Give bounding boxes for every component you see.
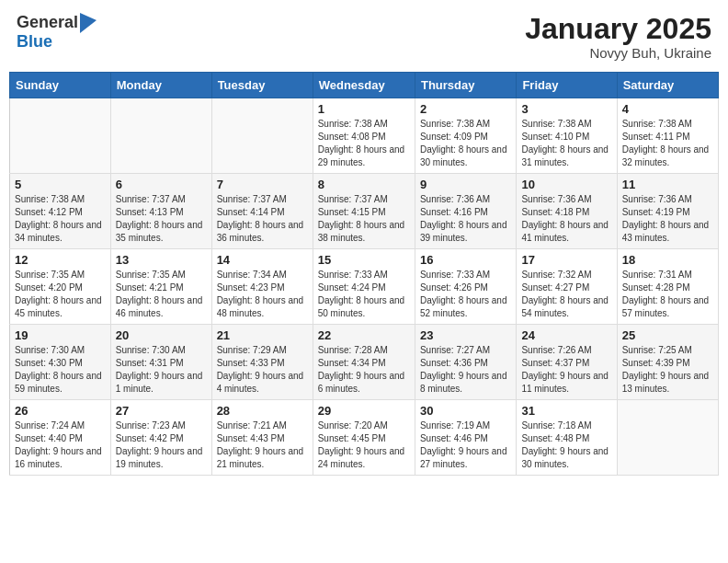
day-info: Sunrise: 7:19 AMSunset: 4:46 PMDaylight:… (420, 419, 511, 471)
calendar-day-cell: 23Sunrise: 7:27 AMSunset: 4:36 PMDayligh… (415, 325, 516, 400)
day-number: 23 (420, 328, 511, 342)
day-info: Sunrise: 7:18 AMSunset: 4:48 PMDaylight:… (521, 419, 611, 471)
day-info: Sunrise: 7:36 AMSunset: 4:19 PMDaylight:… (622, 193, 713, 245)
day-number: 22 (318, 328, 410, 342)
calendar-day-cell: 28Sunrise: 7:21 AMSunset: 4:43 PMDayligh… (211, 400, 313, 476)
day-info: Sunrise: 7:23 AMSunset: 4:42 PMDaylight:… (116, 419, 207, 471)
day-number: 9 (420, 178, 511, 191)
calendar-day-cell: 31Sunrise: 7:18 AMSunset: 4:48 PMDayligh… (517, 400, 617, 476)
day-number: 4 (622, 102, 713, 116)
logo: General Blue (17, 13, 97, 52)
day-info: Sunrise: 7:28 AMSunset: 4:34 PMDaylight:… (318, 344, 410, 396)
day-number: 16 (420, 253, 511, 267)
weekday-header-friday: Friday (517, 73, 617, 98)
day-number: 30 (420, 404, 511, 418)
calendar-day-cell: 8Sunrise: 7:37 AMSunset: 4:15 PMDaylight… (313, 174, 415, 249)
day-number: 26 (15, 404, 106, 418)
calendar-day-cell: 11Sunrise: 7:36 AMSunset: 4:19 PMDayligh… (617, 174, 718, 249)
calendar-day-cell: 6Sunrise: 7:37 AMSunset: 4:13 PMDaylight… (110, 174, 211, 249)
calendar-day-cell: 3Sunrise: 7:38 AMSunset: 4:10 PMDaylight… (517, 98, 617, 174)
calendar-day-cell: 21Sunrise: 7:29 AMSunset: 4:33 PMDayligh… (211, 325, 313, 400)
day-info: Sunrise: 7:33 AMSunset: 4:26 PMDaylight:… (420, 269, 511, 320)
day-info: Sunrise: 7:26 AMSunset: 4:37 PMDaylight:… (521, 344, 611, 396)
calendar-week-row: 26Sunrise: 7:24 AMSunset: 4:40 PMDayligh… (10, 400, 719, 476)
day-info: Sunrise: 7:38 AMSunset: 4:11 PMDaylight:… (622, 118, 713, 169)
day-number: 10 (521, 178, 611, 191)
calendar-table: SundayMondayTuesdayWednesdayThursdayFrid… (9, 72, 719, 476)
day-info: Sunrise: 7:25 AMSunset: 4:39 PMDaylight:… (622, 344, 713, 396)
day-number: 25 (622, 328, 713, 342)
day-number: 1 (318, 102, 410, 116)
day-number: 28 (217, 404, 308, 418)
day-number: 12 (15, 253, 106, 267)
day-info: Sunrise: 7:24 AMSunset: 4:40 PMDaylight:… (15, 419, 106, 471)
calendar-week-row: 12Sunrise: 7:35 AMSunset: 4:20 PMDayligh… (10, 249, 719, 325)
calendar-week-row: 19Sunrise: 7:30 AMSunset: 4:30 PMDayligh… (10, 325, 719, 400)
calendar-week-row: 1Sunrise: 7:38 AMSunset: 4:08 PMDaylight… (10, 98, 719, 174)
calendar-day-cell: 9Sunrise: 7:36 AMSunset: 4:16 PMDaylight… (415, 174, 516, 249)
title-block: January 2025 Novyy Buh, Ukraine (525, 13, 711, 61)
day-info: Sunrise: 7:36 AMSunset: 4:16 PMDaylight:… (420, 193, 511, 245)
calendar-day-cell (617, 400, 718, 476)
weekday-header-sunday: Sunday (10, 73, 111, 98)
day-number: 5 (15, 178, 106, 191)
calendar-day-cell: 4Sunrise: 7:38 AMSunset: 4:11 PMDaylight… (617, 98, 718, 174)
calendar-day-cell: 10Sunrise: 7:36 AMSunset: 4:18 PMDayligh… (517, 174, 617, 249)
day-number: 24 (521, 328, 611, 342)
calendar-day-cell: 26Sunrise: 7:24 AMSunset: 4:40 PMDayligh… (10, 400, 111, 476)
day-info: Sunrise: 7:30 AMSunset: 4:30 PMDaylight:… (15, 344, 106, 396)
day-info: Sunrise: 7:27 AMSunset: 4:36 PMDaylight:… (420, 344, 511, 396)
logo-general-text: General (17, 14, 78, 32)
calendar-day-cell: 18Sunrise: 7:31 AMSunset: 4:28 PMDayligh… (617, 249, 718, 325)
day-info: Sunrise: 7:38 AMSunset: 4:12 PMDaylight:… (15, 193, 106, 245)
day-number: 7 (217, 178, 308, 191)
calendar-day-cell: 27Sunrise: 7:23 AMSunset: 4:42 PMDayligh… (110, 400, 211, 476)
day-number: 27 (116, 404, 207, 418)
calendar-day-cell: 16Sunrise: 7:33 AMSunset: 4:26 PMDayligh… (415, 249, 516, 325)
day-info: Sunrise: 7:35 AMSunset: 4:21 PMDaylight:… (116, 269, 207, 320)
day-info: Sunrise: 7:31 AMSunset: 4:28 PMDaylight:… (622, 269, 713, 320)
day-info: Sunrise: 7:37 AMSunset: 4:14 PMDaylight:… (217, 193, 308, 245)
calendar-day-cell: 29Sunrise: 7:20 AMSunset: 4:45 PMDayligh… (313, 400, 415, 476)
calendar-day-cell: 19Sunrise: 7:30 AMSunset: 4:30 PMDayligh… (10, 325, 111, 400)
weekday-header-monday: Monday (110, 73, 211, 98)
day-number: 14 (217, 253, 308, 267)
day-info: Sunrise: 7:36 AMSunset: 4:18 PMDaylight:… (521, 193, 611, 245)
calendar-day-cell: 1Sunrise: 7:38 AMSunset: 4:08 PMDaylight… (313, 98, 415, 174)
calendar-day-cell: 2Sunrise: 7:38 AMSunset: 4:09 PMDaylight… (415, 98, 516, 174)
calendar-day-cell (10, 98, 111, 174)
weekday-header-tuesday: Tuesday (211, 73, 313, 98)
day-info: Sunrise: 7:38 AMSunset: 4:09 PMDaylight:… (420, 118, 511, 169)
day-info: Sunrise: 7:37 AMSunset: 4:13 PMDaylight:… (116, 193, 207, 245)
calendar-day-cell: 30Sunrise: 7:19 AMSunset: 4:46 PMDayligh… (415, 400, 516, 476)
calendar-day-cell: 24Sunrise: 7:26 AMSunset: 4:37 PMDayligh… (517, 325, 617, 400)
calendar-day-cell: 12Sunrise: 7:35 AMSunset: 4:20 PMDayligh… (10, 249, 111, 325)
day-number: 15 (318, 253, 410, 267)
calendar-day-cell: 17Sunrise: 7:32 AMSunset: 4:27 PMDayligh… (517, 249, 617, 325)
calendar-day-cell: 20Sunrise: 7:30 AMSunset: 4:31 PMDayligh… (110, 325, 211, 400)
calendar-day-cell: 14Sunrise: 7:34 AMSunset: 4:23 PMDayligh… (211, 249, 313, 325)
weekday-header-thursday: Thursday (415, 73, 516, 98)
day-info: Sunrise: 7:34 AMSunset: 4:23 PMDaylight:… (217, 269, 308, 320)
day-info: Sunrise: 7:20 AMSunset: 4:45 PMDaylight:… (318, 419, 410, 471)
svg-marker-0 (80, 13, 97, 33)
month-title: January 2025 (525, 13, 711, 45)
day-number: 19 (15, 328, 106, 342)
day-info: Sunrise: 7:38 AMSunset: 4:08 PMDaylight:… (318, 118, 410, 169)
day-number: 20 (116, 328, 207, 342)
day-number: 13 (116, 253, 207, 267)
calendar-day-cell (211, 98, 313, 174)
calendar-day-cell: 22Sunrise: 7:28 AMSunset: 4:34 PMDayligh… (313, 325, 415, 400)
calendar-day-cell: 25Sunrise: 7:25 AMSunset: 4:39 PMDayligh… (617, 325, 718, 400)
day-number: 6 (116, 178, 207, 191)
calendar-day-cell: 5Sunrise: 7:38 AMSunset: 4:12 PMDaylight… (10, 174, 111, 249)
day-number: 8 (318, 178, 410, 191)
day-number: 21 (217, 328, 308, 342)
day-number: 2 (420, 102, 511, 116)
calendar-day-cell: 7Sunrise: 7:37 AMSunset: 4:14 PMDaylight… (211, 174, 313, 249)
weekday-header-saturday: Saturday (617, 73, 718, 98)
calendar-day-cell: 13Sunrise: 7:35 AMSunset: 4:21 PMDayligh… (110, 249, 211, 325)
calendar-week-row: 5Sunrise: 7:38 AMSunset: 4:12 PMDaylight… (10, 174, 719, 249)
day-number: 29 (318, 404, 410, 418)
day-number: 11 (622, 178, 713, 191)
